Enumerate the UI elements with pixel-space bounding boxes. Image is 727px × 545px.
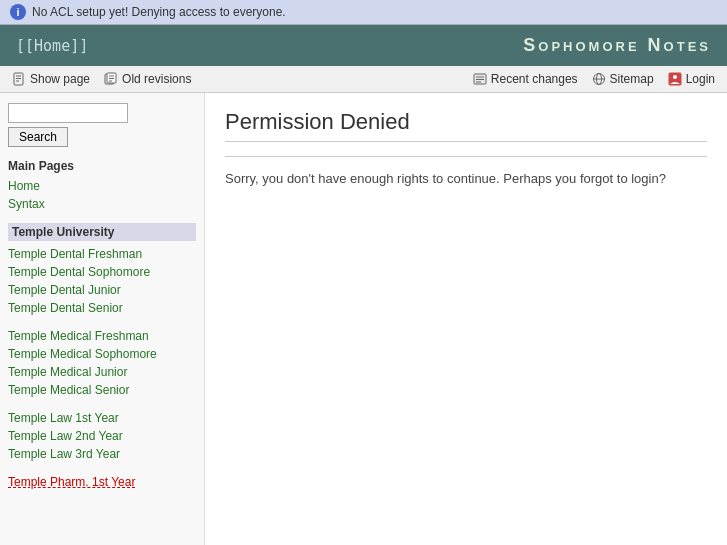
login-link[interactable]: Login (668, 72, 715, 86)
home-link[interactable]: [[Home]] (16, 37, 88, 55)
recent-changes-icon (473, 72, 487, 86)
sidebar-main-pages: Main Pages Home Syntax (8, 159, 196, 213)
sidebar-item-temple-law-1[interactable]: Temple Law 1st Year (8, 409, 196, 427)
sidebar-item-temple-dental-junior[interactable]: Temple Dental Junior (8, 281, 196, 299)
svg-point-17 (673, 75, 677, 79)
sidebar-item-temple-medical-freshman[interactable]: Temple Medical Freshman (8, 327, 196, 345)
sidebar-temple-medical: Temple Medical Freshman Temple Medical S… (8, 327, 196, 399)
login-icon (668, 72, 682, 86)
search-button[interactable]: Search (8, 127, 68, 147)
sidebar: Search Main Pages Home Syntax Temple Uni… (0, 93, 205, 545)
sitemap-label: Sitemap (610, 72, 654, 86)
show-page-label: Show page (30, 72, 90, 86)
toolbar-right: Recent changes Sitemap Login (473, 72, 715, 86)
login-label: Login (686, 72, 715, 86)
page-icon (12, 72, 26, 86)
recent-changes-label: Recent changes (491, 72, 578, 86)
search-input[interactable] (8, 103, 128, 123)
sidebar-temple-pharm: Temple Pharm. 1st Year (8, 473, 196, 491)
notification-message: No ACL setup yet! Denying access to ever… (32, 5, 286, 19)
toolbar: Show page Old revisions Recent changes (0, 66, 727, 93)
content-area: Permission Denied Sorry, you don't have … (205, 93, 727, 545)
sidebar-item-temple-law-2[interactable]: Temple Law 2nd Year (8, 427, 196, 445)
sidebar-item-temple-dental-freshman[interactable]: Temple Dental Freshman (8, 245, 196, 263)
sidebar-item-temple-pharm-1[interactable]: Temple Pharm. 1st Year (8, 473, 196, 491)
temple-university-title: Temple University (8, 223, 196, 241)
main-pages-title: Main Pages (8, 159, 196, 173)
recent-changes-link[interactable]: Recent changes (473, 72, 578, 86)
sidebar-temple-university: Temple University Temple Dental Freshman… (8, 223, 196, 317)
search-box: Search (8, 103, 196, 147)
permission-denied-message: Sorry, you don't have enough rights to c… (225, 169, 707, 189)
sidebar-item-temple-law-3[interactable]: Temple Law 3rd Year (8, 445, 196, 463)
revisions-icon (104, 72, 118, 86)
site-header: [[Home]] Sophomore Notes (0, 25, 727, 66)
page-title: Permission Denied (225, 109, 707, 142)
sidebar-item-temple-dental-sophomore[interactable]: Temple Dental Sophomore (8, 263, 196, 281)
main-layout: Search Main Pages Home Syntax Temple Uni… (0, 93, 727, 545)
toolbar-left: Show page Old revisions (12, 72, 191, 86)
old-revisions-link[interactable]: Old revisions (104, 72, 191, 86)
sidebar-item-syntax[interactable]: Syntax (8, 195, 196, 213)
sidebar-item-temple-medical-senior[interactable]: Temple Medical Senior (8, 381, 196, 399)
site-title: Sophomore Notes (523, 35, 711, 56)
sitemap-link[interactable]: Sitemap (592, 72, 654, 86)
sidebar-item-temple-medical-sophomore[interactable]: Temple Medical Sophomore (8, 345, 196, 363)
divider (225, 156, 707, 157)
sidebar-item-temple-dental-senior[interactable]: Temple Dental Senior (8, 299, 196, 317)
sitemap-icon (592, 72, 606, 86)
old-revisions-label: Old revisions (122, 72, 191, 86)
sidebar-item-home[interactable]: Home (8, 177, 196, 195)
show-page-link[interactable]: Show page (12, 72, 90, 86)
notification-bar: i No ACL setup yet! Denying access to ev… (0, 0, 727, 25)
info-icon: i (10, 4, 26, 20)
sidebar-item-temple-medical-junior[interactable]: Temple Medical Junior (8, 363, 196, 381)
sidebar-temple-law: Temple Law 1st Year Temple Law 2nd Year … (8, 409, 196, 463)
